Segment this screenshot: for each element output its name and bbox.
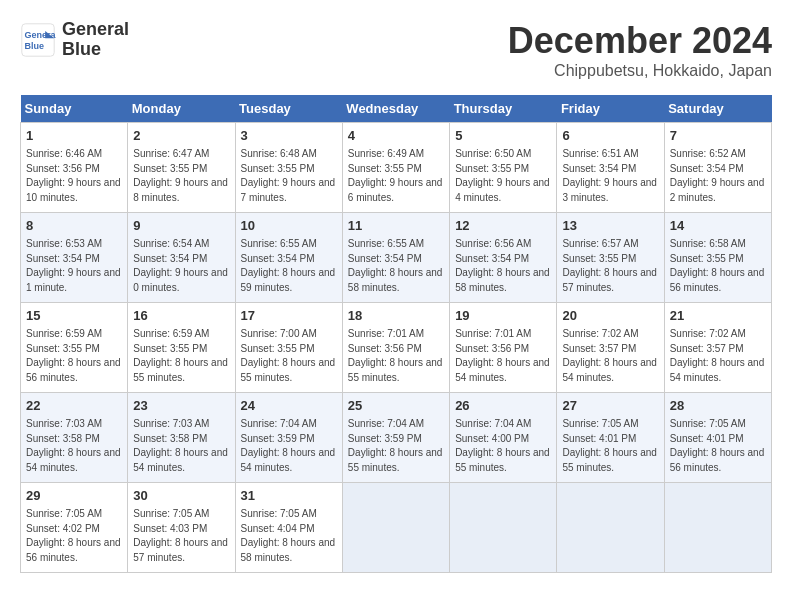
day-info: Sunrise: 7:01 AM Sunset: 3:56 PM Dayligh… bbox=[348, 327, 444, 385]
day-cell-2: 2Sunrise: 6:47 AM Sunset: 3:55 PM Daylig… bbox=[128, 123, 235, 213]
day-number: 9 bbox=[133, 217, 229, 235]
page-subtitle: Chippubetsu, Hokkaido, Japan bbox=[508, 62, 772, 80]
day-cell-10: 10Sunrise: 6:55 AM Sunset: 3:54 PM Dayli… bbox=[235, 213, 342, 303]
day-info: Sunrise: 7:00 AM Sunset: 3:55 PM Dayligh… bbox=[241, 327, 337, 385]
day-info: Sunrise: 7:02 AM Sunset: 3:57 PM Dayligh… bbox=[670, 327, 766, 385]
day-number: 26 bbox=[455, 397, 551, 415]
day-info: Sunrise: 6:49 AM Sunset: 3:55 PM Dayligh… bbox=[348, 147, 444, 205]
day-number: 14 bbox=[670, 217, 766, 235]
day-info: Sunrise: 6:57 AM Sunset: 3:55 PM Dayligh… bbox=[562, 237, 658, 295]
day-number: 2 bbox=[133, 127, 229, 145]
calendar-table: SundayMondayTuesdayWednesdayThursdayFrid… bbox=[20, 95, 772, 573]
day-info: Sunrise: 6:58 AM Sunset: 3:55 PM Dayligh… bbox=[670, 237, 766, 295]
week-row-2: 15Sunrise: 6:59 AM Sunset: 3:55 PM Dayli… bbox=[21, 303, 772, 393]
day-cell-17: 17Sunrise: 7:00 AM Sunset: 3:55 PM Dayli… bbox=[235, 303, 342, 393]
day-number: 27 bbox=[562, 397, 658, 415]
title-block: December 2024 Chippubetsu, Hokkaido, Jap… bbox=[508, 20, 772, 80]
day-info: Sunrise: 6:46 AM Sunset: 3:56 PM Dayligh… bbox=[26, 147, 122, 205]
day-number: 22 bbox=[26, 397, 122, 415]
week-row-3: 22Sunrise: 7:03 AM Sunset: 3:58 PM Dayli… bbox=[21, 393, 772, 483]
day-cell-19: 19Sunrise: 7:01 AM Sunset: 3:56 PM Dayli… bbox=[450, 303, 557, 393]
header-saturday: Saturday bbox=[664, 95, 771, 123]
calendar-body: 1Sunrise: 6:46 AM Sunset: 3:56 PM Daylig… bbox=[21, 123, 772, 573]
day-cell-27: 27Sunrise: 7:05 AM Sunset: 4:01 PM Dayli… bbox=[557, 393, 664, 483]
day-cell-23: 23Sunrise: 7:03 AM Sunset: 3:58 PM Dayli… bbox=[128, 393, 235, 483]
day-info: Sunrise: 6:55 AM Sunset: 3:54 PM Dayligh… bbox=[241, 237, 337, 295]
day-number: 19 bbox=[455, 307, 551, 325]
day-number: 25 bbox=[348, 397, 444, 415]
page-header: General Blue General Blue December 2024 … bbox=[20, 20, 772, 80]
day-info: Sunrise: 6:47 AM Sunset: 3:55 PM Dayligh… bbox=[133, 147, 229, 205]
day-number: 1 bbox=[26, 127, 122, 145]
day-info: Sunrise: 7:05 AM Sunset: 4:04 PM Dayligh… bbox=[241, 507, 337, 565]
day-info: Sunrise: 6:54 AM Sunset: 3:54 PM Dayligh… bbox=[133, 237, 229, 295]
day-info: Sunrise: 7:04 AM Sunset: 3:59 PM Dayligh… bbox=[241, 417, 337, 475]
empty-cell bbox=[557, 483, 664, 573]
day-number: 30 bbox=[133, 487, 229, 505]
day-number: 13 bbox=[562, 217, 658, 235]
day-info: Sunrise: 7:02 AM Sunset: 3:57 PM Dayligh… bbox=[562, 327, 658, 385]
day-number: 31 bbox=[241, 487, 337, 505]
day-number: 3 bbox=[241, 127, 337, 145]
day-cell-28: 28Sunrise: 7:05 AM Sunset: 4:01 PM Dayli… bbox=[664, 393, 771, 483]
day-cell-9: 9Sunrise: 6:54 AM Sunset: 3:54 PM Daylig… bbox=[128, 213, 235, 303]
day-number: 17 bbox=[241, 307, 337, 325]
header-thursday: Thursday bbox=[450, 95, 557, 123]
day-cell-18: 18Sunrise: 7:01 AM Sunset: 3:56 PM Dayli… bbox=[342, 303, 449, 393]
header-tuesday: Tuesday bbox=[235, 95, 342, 123]
day-info: Sunrise: 6:55 AM Sunset: 3:54 PM Dayligh… bbox=[348, 237, 444, 295]
day-info: Sunrise: 6:51 AM Sunset: 3:54 PM Dayligh… bbox=[562, 147, 658, 205]
day-info: Sunrise: 7:05 AM Sunset: 4:03 PM Dayligh… bbox=[133, 507, 229, 565]
day-number: 18 bbox=[348, 307, 444, 325]
day-number: 24 bbox=[241, 397, 337, 415]
day-number: 5 bbox=[455, 127, 551, 145]
day-number: 20 bbox=[562, 307, 658, 325]
day-info: Sunrise: 6:56 AM Sunset: 3:54 PM Dayligh… bbox=[455, 237, 551, 295]
day-info: Sunrise: 7:05 AM Sunset: 4:01 PM Dayligh… bbox=[562, 417, 658, 475]
header-monday: Monday bbox=[128, 95, 235, 123]
empty-cell bbox=[664, 483, 771, 573]
day-cell-31: 31Sunrise: 7:05 AM Sunset: 4:04 PM Dayli… bbox=[235, 483, 342, 573]
day-info: Sunrise: 7:05 AM Sunset: 4:02 PM Dayligh… bbox=[26, 507, 122, 565]
day-info: Sunrise: 7:05 AM Sunset: 4:01 PM Dayligh… bbox=[670, 417, 766, 475]
day-cell-3: 3Sunrise: 6:48 AM Sunset: 3:55 PM Daylig… bbox=[235, 123, 342, 213]
day-cell-12: 12Sunrise: 6:56 AM Sunset: 3:54 PM Dayli… bbox=[450, 213, 557, 303]
day-cell-16: 16Sunrise: 6:59 AM Sunset: 3:55 PM Dayli… bbox=[128, 303, 235, 393]
logo-icon: General Blue bbox=[20, 22, 56, 58]
day-number: 21 bbox=[670, 307, 766, 325]
week-row-1: 8Sunrise: 6:53 AM Sunset: 3:54 PM Daylig… bbox=[21, 213, 772, 303]
day-number: 7 bbox=[670, 127, 766, 145]
week-row-4: 29Sunrise: 7:05 AM Sunset: 4:02 PM Dayli… bbox=[21, 483, 772, 573]
page-title: December 2024 bbox=[508, 20, 772, 62]
day-cell-25: 25Sunrise: 7:04 AM Sunset: 3:59 PM Dayli… bbox=[342, 393, 449, 483]
day-info: Sunrise: 6:52 AM Sunset: 3:54 PM Dayligh… bbox=[670, 147, 766, 205]
day-cell-15: 15Sunrise: 6:59 AM Sunset: 3:55 PM Dayli… bbox=[21, 303, 128, 393]
day-cell-5: 5Sunrise: 6:50 AM Sunset: 3:55 PM Daylig… bbox=[450, 123, 557, 213]
day-number: 11 bbox=[348, 217, 444, 235]
day-info: Sunrise: 6:53 AM Sunset: 3:54 PM Dayligh… bbox=[26, 237, 122, 295]
day-cell-29: 29Sunrise: 7:05 AM Sunset: 4:02 PM Dayli… bbox=[21, 483, 128, 573]
day-info: Sunrise: 6:48 AM Sunset: 3:55 PM Dayligh… bbox=[241, 147, 337, 205]
day-number: 8 bbox=[26, 217, 122, 235]
day-info: Sunrise: 7:03 AM Sunset: 3:58 PM Dayligh… bbox=[133, 417, 229, 475]
day-cell-22: 22Sunrise: 7:03 AM Sunset: 3:58 PM Dayli… bbox=[21, 393, 128, 483]
day-cell-14: 14Sunrise: 6:58 AM Sunset: 3:55 PM Dayli… bbox=[664, 213, 771, 303]
day-cell-13: 13Sunrise: 6:57 AM Sunset: 3:55 PM Dayli… bbox=[557, 213, 664, 303]
day-cell-6: 6Sunrise: 6:51 AM Sunset: 3:54 PM Daylig… bbox=[557, 123, 664, 213]
week-row-0: 1Sunrise: 6:46 AM Sunset: 3:56 PM Daylig… bbox=[21, 123, 772, 213]
day-number: 28 bbox=[670, 397, 766, 415]
day-cell-11: 11Sunrise: 6:55 AM Sunset: 3:54 PM Dayli… bbox=[342, 213, 449, 303]
day-number: 12 bbox=[455, 217, 551, 235]
day-number: 10 bbox=[241, 217, 337, 235]
day-number: 15 bbox=[26, 307, 122, 325]
svg-text:General: General bbox=[25, 30, 57, 40]
day-cell-24: 24Sunrise: 7:04 AM Sunset: 3:59 PM Dayli… bbox=[235, 393, 342, 483]
day-cell-20: 20Sunrise: 7:02 AM Sunset: 3:57 PM Dayli… bbox=[557, 303, 664, 393]
day-number: 6 bbox=[562, 127, 658, 145]
svg-text:Blue: Blue bbox=[25, 41, 45, 51]
day-cell-7: 7Sunrise: 6:52 AM Sunset: 3:54 PM Daylig… bbox=[664, 123, 771, 213]
day-info: Sunrise: 7:01 AM Sunset: 3:56 PM Dayligh… bbox=[455, 327, 551, 385]
day-cell-30: 30Sunrise: 7:05 AM Sunset: 4:03 PM Dayli… bbox=[128, 483, 235, 573]
day-cell-8: 8Sunrise: 6:53 AM Sunset: 3:54 PM Daylig… bbox=[21, 213, 128, 303]
day-cell-4: 4Sunrise: 6:49 AM Sunset: 3:55 PM Daylig… bbox=[342, 123, 449, 213]
